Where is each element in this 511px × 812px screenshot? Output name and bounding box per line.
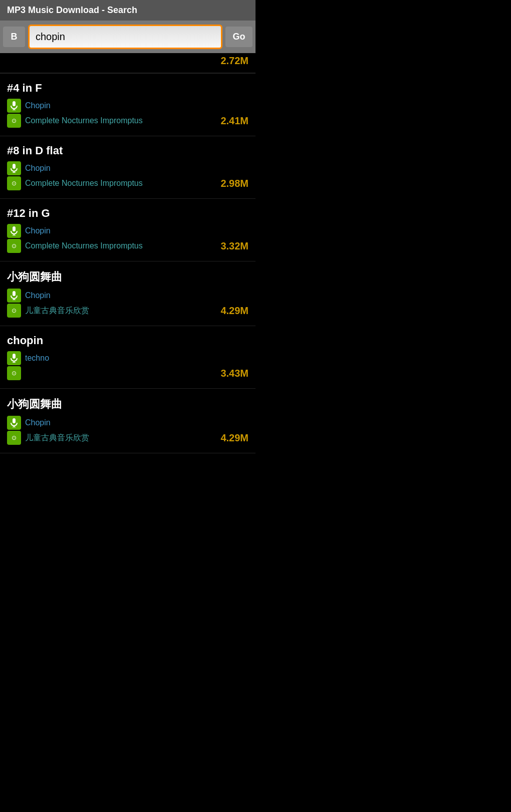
artist-row: techno: [7, 351, 248, 365]
album-name: Complete Nocturnes Impromptus: [25, 179, 143, 188]
song-title: 小狗圆舞曲: [7, 397, 248, 412]
result-item[interactable]: chopin techno ⊙: [0, 326, 256, 389]
album-name: Complete Nocturnes Impromptus: [25, 241, 143, 250]
song-title: #8 in D flat: [7, 144, 248, 157]
disc-icon: ⊙: [7, 176, 21, 190]
partial-result-item[interactable]: 2.72M: [0, 53, 256, 73]
artist-name: Chopin: [25, 226, 51, 235]
search-bar: B Go: [0, 21, 256, 53]
artist-row: Chopin: [7, 416, 248, 430]
file-size: 3.43M: [220, 368, 248, 379]
result-item[interactable]: 小狗圆舞曲 Chopin ⊙ 儿童古典音乐欣赏: [0, 261, 256, 326]
search-input[interactable]: [28, 25, 222, 49]
album-name: 儿童古典音乐欣赏: [25, 306, 89, 316]
disc-icon: ⊙: [7, 366, 21, 380]
album-name: 儿童古典音乐欣赏: [25, 433, 89, 443]
album-row: ⊙ 儿童古典音乐欣赏: [7, 304, 248, 318]
album-row: ⊙ Complete Nocturnes Impromptus: [7, 239, 248, 253]
artist-row: Chopin: [7, 289, 248, 303]
file-size: 4.29M: [220, 432, 248, 444]
artist-name: Chopin: [25, 291, 51, 300]
svg-rect-9: [13, 291, 16, 296]
artist-row: Chopin: [7, 224, 248, 238]
artist-name: Chopin: [25, 418, 51, 427]
mic-icon: [7, 99, 21, 113]
go-button[interactable]: Go: [225, 27, 252, 47]
song-title: 小狗圆舞曲: [7, 269, 248, 285]
disc-icon: ⊙: [7, 431, 21, 445]
result-item[interactable]: #4 in F Chopin ⊙ Complete: [0, 73, 256, 136]
svg-rect-15: [13, 418, 16, 423]
mic-icon: [7, 416, 21, 430]
svg-rect-3: [13, 164, 16, 169]
partial-file-size: 2.72M: [220, 55, 248, 67]
artist-name: Chopin: [25, 164, 51, 173]
result-item[interactable]: #12 in G Chopin ⊙ Complete: [0, 199, 256, 261]
song-title: #4 in F: [7, 82, 248, 95]
svg-rect-6: [13, 226, 16, 231]
svg-rect-0: [13, 101, 16, 106]
result-item[interactable]: #8 in D flat Chopin ⊙ Comp: [0, 136, 256, 199]
back-button[interactable]: B: [3, 27, 25, 47]
mic-icon: [7, 224, 21, 238]
disc-icon: ⊙: [7, 304, 21, 318]
disc-icon: ⊙: [7, 239, 21, 253]
file-size: 2.41M: [220, 115, 248, 127]
artist-name: Chopin: [25, 101, 51, 110]
artist-name: techno: [25, 354, 49, 363]
file-size: 3.32M: [220, 240, 248, 252]
album-row: ⊙ 儿童古典音乐欣赏: [7, 431, 248, 445]
results-list: #4 in F Chopin ⊙ Complete: [0, 73, 256, 453]
artist-row: Chopin: [7, 161, 248, 175]
svg-rect-12: [13, 354, 16, 359]
app-title: MP3 Music Download - Search: [0, 0, 256, 21]
song-title: #12 in G: [7, 207, 248, 220]
mic-icon: [7, 289, 21, 303]
album-row: ⊙ Complete Nocturnes Impromptus: [7, 114, 248, 128]
artist-row: Chopin: [7, 99, 248, 113]
result-item[interactable]: 小狗圆舞曲 Chopin ⊙ 儿童古典音乐欣赏: [0, 389, 256, 453]
disc-icon: ⊙: [7, 114, 21, 128]
mic-icon: [7, 161, 21, 175]
album-name: Complete Nocturnes Impromptus: [25, 116, 143, 125]
album-row: ⊙: [7, 366, 248, 380]
song-title: chopin: [7, 334, 248, 347]
mic-icon: [7, 351, 21, 365]
file-size: 2.98M: [220, 178, 248, 189]
album-row: ⊙ Complete Nocturnes Impromptus: [7, 176, 248, 190]
title-text: MP3 Music Download - Search: [7, 5, 137, 15]
file-size: 4.29M: [220, 305, 248, 317]
